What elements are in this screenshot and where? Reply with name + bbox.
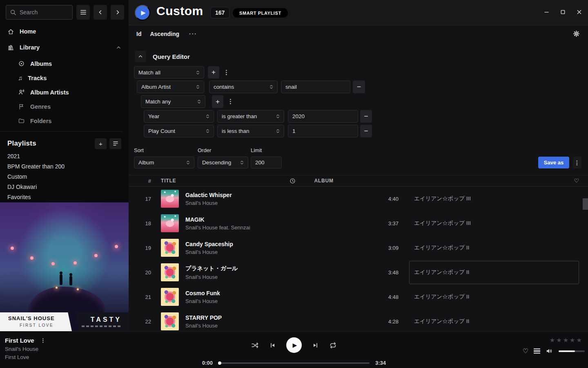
rule-operator-select[interactable]: contains: [209, 81, 278, 93]
sidebar-item-library[interactable]: Library: [0, 41, 129, 54]
track-album-cell[interactable]: エイリアン☆ポップ II: [409, 310, 579, 332]
track-row[interactable]: 21 Cosmo Funk Snail's House 4:48 エイリアン☆ポ…: [129, 285, 588, 309]
minimize-button[interactable]: [543, 9, 550, 15]
star-icon[interactable]: ★: [563, 337, 568, 344]
track-row[interactable]: 22 STARRY POP Snail's House 4:28 エイリアン☆ポ…: [129, 309, 588, 331]
progress-slider[interactable]: [218, 362, 370, 364]
column-header-duration[interactable]: [270, 178, 299, 184]
maximize-button[interactable]: [560, 9, 566, 15]
collapse-query-editor-button[interactable]: [135, 51, 146, 62]
sort-order-button[interactable]: Ascending: [150, 31, 179, 37]
sort-select[interactable]: Album: [134, 157, 194, 168]
rule-group-menu-button[interactable]: ⋮: [227, 98, 234, 105]
remove-rule-button[interactable]: −: [353, 81, 365, 93]
play-pause-button[interactable]: ▶: [286, 337, 302, 353]
save-as-button[interactable]: Save as: [538, 157, 569, 168]
rule-value-input[interactable]: [281, 81, 350, 93]
add-rule-button[interactable]: +: [212, 95, 223, 108]
remove-rule-button[interactable]: −: [360, 110, 372, 123]
star-icon[interactable]: ★: [570, 337, 575, 344]
albums-icon: [18, 60, 25, 67]
repeat-button[interactable]: [329, 341, 337, 349]
now-playing-cover-art[interactable]: SNAIL'S HOUSE FIRST LOVE TASTY: [0, 202, 129, 331]
track-row[interactable]: 19 Candy Spaceship Snail's House 3:09 エイ…: [129, 236, 588, 260]
rule-group-menu-button[interactable]: ⋮: [223, 69, 229, 76]
sidebar-item-albums[interactable]: Albums: [0, 56, 129, 71]
rule-field-select[interactable]: Album Artist: [137, 81, 204, 93]
playlists-title: Playlists: [7, 139, 36, 148]
track-row[interactable]: 17 Galactic Whisper Snail's House 4:40 エ…: [129, 186, 588, 211]
playlist-item[interactable]: Favorites: [0, 192, 129, 202]
track-row[interactable]: 18 MAGIK Snail's House feat. Sennzai 3:3…: [129, 211, 588, 236]
chevron-up-icon[interactable]: [116, 45, 121, 50]
save-menu-button[interactable]: ⋮: [572, 157, 581, 168]
playlist-list-button[interactable]: [109, 138, 121, 149]
playlist-item[interactable]: 2021: [0, 151, 129, 161]
column-header-index[interactable]: #: [129, 178, 151, 184]
track-row[interactable]: 20 プラネット・ガール Snail's House 3:48 エイリアン☆ポッ…: [129, 260, 588, 285]
scrollbar-thumb[interactable]: [583, 198, 588, 210]
sidebar-item-folders[interactable]: Folders: [0, 114, 129, 128]
volume-icon[interactable]: [546, 347, 553, 355]
track-artist: Snail's House: [185, 323, 370, 329]
group-match-type-select[interactable]: Match any: [141, 95, 205, 108]
track-album: エイリアン☆ポップ II: [414, 244, 469, 251]
column-header-title[interactable]: TITLE: [161, 178, 176, 184]
search-input[interactable]: [20, 9, 69, 16]
rule-value-input[interactable]: [288, 110, 358, 123]
sidebar-item-tracks[interactable]: ♫ Tracks: [0, 71, 129, 85]
add-playlist-button[interactable]: +: [95, 138, 107, 149]
star-icon[interactable]: ★: [577, 337, 582, 344]
more-options-button[interactable]: ···: [189, 31, 197, 37]
order-select[interactable]: Descending: [198, 157, 248, 168]
playlist-item[interactable]: Custom: [0, 171, 129, 182]
star-icon[interactable]: ★: [550, 337, 555, 344]
settings-button[interactable]: [573, 30, 580, 37]
total-time: 3:34: [375, 360, 386, 366]
sidebar-item-genres[interactable]: Genres: [0, 99, 129, 114]
track-album-cell[interactable]: エイリアン☆ポップ III: [409, 212, 579, 235]
column-header-favorite[interactable]: ♡: [574, 177, 579, 184]
menu-button[interactable]: [76, 5, 90, 20]
previous-track-button[interactable]: [269, 342, 276, 349]
match-type-select[interactable]: Match all: [134, 66, 204, 79]
match-type-value: Match any: [145, 99, 194, 105]
playlist-item[interactable]: DJ Okawari: [0, 182, 129, 192]
playlist-item[interactable]: BPM Greater than 200: [0, 161, 129, 171]
sidebar-item-album-artists[interactable]: Album Artists: [0, 85, 129, 99]
rule-field-select[interactable]: Year: [144, 110, 214, 123]
queue-icon[interactable]: [534, 348, 540, 354]
clock-icon: [290, 178, 296, 184]
now-playing-menu-button[interactable]: ⋮: [40, 337, 46, 343]
track-info: MAGIK Snail's House feat. Sennzai: [185, 216, 370, 231]
column-header-album[interactable]: ALBUM: [310, 178, 479, 184]
track-album-cell[interactable]: エイリアン☆ポップ II: [409, 236, 579, 260]
track-album-cell[interactable]: エイリアン☆ポップ II: [409, 261, 579, 284]
sort-field-button[interactable]: Id: [136, 31, 141, 37]
heart-icon: ♡: [574, 177, 579, 184]
forward-button[interactable]: [111, 5, 124, 20]
star-icon[interactable]: ★: [556, 337, 561, 344]
rule-value-input[interactable]: [288, 125, 358, 137]
shuffle-button[interactable]: [251, 341, 259, 349]
rule-operator-select[interactable]: is less than: [217, 125, 284, 137]
rule-operator-select[interactable]: is greater than: [217, 110, 284, 123]
limit-input[interactable]: [251, 157, 282, 168]
remove-rule-button[interactable]: −: [360, 125, 372, 137]
back-button[interactable]: [94, 5, 107, 20]
heart-icon: ♡: [523, 348, 528, 355]
volume-slider[interactable]: [559, 350, 585, 352]
track-album-cell[interactable]: エイリアン☆ポップ III: [409, 187, 579, 211]
rule-field-select[interactable]: Play Count: [144, 125, 214, 137]
add-rule-button[interactable]: +: [208, 66, 219, 79]
sidebar-item-home[interactable]: Home: [0, 25, 129, 38]
next-track-button[interactable]: [312, 342, 319, 349]
search-box[interactable]: [6, 5, 73, 20]
close-button[interactable]: [576, 9, 582, 15]
favorite-button[interactable]: ♡: [523, 347, 528, 355]
progress-knob[interactable]: [218, 361, 221, 365]
track-album-cell[interactable]: エイリアン☆ポップ II: [409, 285, 579, 309]
kebab-icon: ⋮: [574, 159, 580, 166]
track-table: # TITLE ALBUM ♡ 17 Galactic Whisper Snai…: [129, 175, 588, 331]
play-playlist-button[interactable]: ▶: [135, 5, 150, 20]
